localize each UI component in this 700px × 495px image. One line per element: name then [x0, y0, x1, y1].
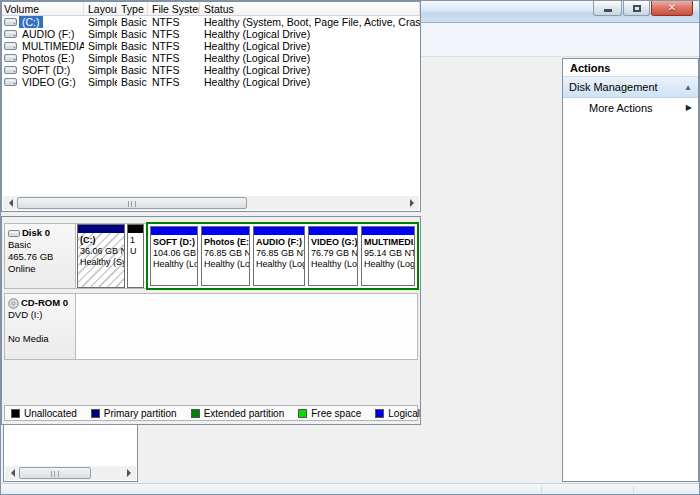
partition-c[interactable]: (C:) 36.06 GB NTFS Healthy (System [77, 224, 125, 288]
column-header-status[interactable]: Status [200, 2, 420, 15]
partition-label: SOFT (D:) [153, 237, 195, 248]
actions-group-label: Disk Management [569, 81, 684, 93]
scroll-left-icon [7, 469, 15, 477]
cd-icon [8, 298, 19, 309]
partition-audio[interactable]: AUDIO (F:) 76.85 GB NTFS Healthy (Logica… [253, 226, 305, 286]
volume-name: SOFT (D:) [19, 64, 73, 76]
volume-status: Healthy (Logical Drive) [200, 76, 420, 88]
actions-header: Actions [563, 59, 698, 77]
disk0-status: Online [8, 263, 73, 275]
volume-status: Healthy (Logical Drive) [200, 40, 420, 52]
partition-label: AUDIO (F:) [256, 237, 302, 248]
volume-type: Basic [117, 64, 148, 76]
statusbar-separator [541, 486, 542, 493]
partition-type-bar [202, 227, 249, 235]
volume-layout: Simple [84, 28, 117, 40]
volume-layout: Simple [84, 76, 117, 88]
cdrom-content-area[interactable] [77, 294, 417, 359]
legend-swatch [91, 409, 100, 418]
disk0-kind: Basic [8, 239, 73, 251]
scrollbar-thumb[interactable] [17, 197, 247, 209]
volume-icon [4, 54, 17, 62]
cdrom-label[interactable]: CD-ROM 0 DVD (I:) No Media [5, 294, 76, 359]
column-header-file-system[interactable]: File System [148, 2, 200, 15]
volume-name: MULTIMEDIA (H:) [19, 40, 84, 52]
actions-group-disk-management[interactable]: Disk Management ▲ [563, 77, 698, 98]
scroll-right-button[interactable] [122, 466, 136, 480]
volume-status: Healthy (Logical Drive) [200, 52, 420, 64]
legend-extended-partition: Extended partition [191, 408, 285, 419]
partition-label: MULTIMEDIA [364, 237, 412, 248]
status-bar [1, 483, 699, 495]
scrollbar-thumb[interactable] [19, 467, 91, 479]
partition-type-bar [128, 225, 143, 233]
volume-type: Basic [117, 40, 148, 52]
volume-list: Volume Layout Type File System Status (C… [1, 1, 421, 212]
partition-size: 95.14 GB NTFS [364, 248, 412, 259]
volume-type: Basic [117, 28, 148, 40]
list-horizontal-scrollbar[interactable] [3, 196, 419, 210]
cdrom-row: CD-ROM 0 DVD (I:) No Media [4, 293, 418, 360]
partition-health: Healthy (Logical [256, 259, 302, 270]
center-pane: Volume Layout Type File System Status (C… [1, 1, 421, 425]
close-button[interactable]: ✕ [651, 1, 693, 16]
disk-icon [8, 230, 20, 237]
partition-photos[interactable]: Photos (E:) 76.85 GB NTFS Healthy (Logic… [201, 226, 250, 286]
volume-status: Healthy (Logical Drive) [200, 64, 420, 76]
volume-row-video[interactable]: VIDEO (G:) Simple Basic NTFS Healthy (Lo… [2, 76, 420, 88]
scroll-left-icon [5, 199, 13, 207]
volume-icon [4, 42, 17, 50]
partition-video[interactable]: VIDEO (G:) 76.79 GB NTFS Healthy (Logica… [308, 226, 358, 286]
partition-multimedia[interactable]: MULTIMEDIA 95.14 GB NTFS Healthy (Logica… [361, 226, 415, 286]
scroll-right-icon [410, 199, 418, 207]
partition-health: Healthy (System [80, 257, 122, 268]
legend-free-space: Free space [298, 408, 361, 419]
volume-icon [4, 66, 17, 74]
maximize-button[interactable] [623, 1, 650, 16]
legend-swatch [298, 409, 307, 418]
volume-row-photos[interactable]: Photos (E:) Simple Basic NTFS Healthy (L… [2, 52, 420, 64]
volume-row-soft[interactable]: SOFT (D:) Simple Basic NTFS Healthy (Log… [2, 64, 420, 76]
partition-health: Healthy (Logical [311, 259, 355, 270]
partition-unallocated[interactable]: 1 U [127, 224, 144, 288]
legend-swatch [11, 409, 20, 418]
minimize-button[interactable] [593, 1, 622, 16]
legend-logical-drive: Logical drive [375, 408, 421, 419]
volume-row-audio[interactable]: AUDIO (F:) Simple Basic NTFS Healthy (Lo… [2, 28, 420, 40]
legend-swatch [375, 409, 384, 418]
volume-name: AUDIO (F:) [19, 28, 78, 40]
volume-name: Photos (E:) [19, 52, 78, 64]
tree-horizontal-scrollbar[interactable] [5, 466, 136, 480]
partition-type-bar [254, 227, 304, 235]
extended-partition-group: SOFT (D:) 104.06 GB NTFS Healthy (Logica… [146, 222, 419, 290]
partition-type-bar [309, 227, 357, 235]
volume-row-c[interactable]: (C:) Simple Basic NTFS Healthy (System, … [2, 16, 420, 28]
volume-icon [4, 30, 17, 38]
partition-health: Healthy (Logical [364, 259, 412, 270]
volume-layout: Simple [84, 16, 117, 28]
computer-management-window: Computer Management ✕ File Action View H… [0, 0, 700, 495]
scroll-left-button[interactable] [3, 196, 17, 210]
partition-label: VIDEO (G:) [311, 237, 355, 248]
partition-soft[interactable]: SOFT (D:) 104.06 GB NTFS Healthy (Logica… [150, 226, 198, 286]
scroll-left-button[interactable] [5, 466, 19, 480]
column-header-type[interactable]: Type [117, 2, 148, 15]
submenu-arrow-icon: ▶ [686, 103, 692, 112]
legend-bar: Unallocated Primary partition Extended p… [4, 405, 418, 421]
close-icon: ✕ [668, 3, 676, 13]
more-actions-item[interactable]: More Actions ▶ [563, 98, 698, 117]
volume-row-multimedia[interactable]: MULTIMEDIA (H:) Simple Basic NTFS Health… [2, 40, 420, 52]
volume-type: Basic [117, 76, 148, 88]
column-header-volume[interactable]: Volume [2, 2, 84, 15]
scroll-right-button[interactable] [405, 196, 419, 210]
statusbar-separator [633, 486, 634, 493]
partition-size: 104.06 GB NTFS [153, 248, 195, 259]
column-header-layout[interactable]: Layout [84, 2, 117, 15]
cdrom-media: No Media [8, 333, 73, 345]
volume-file-system: NTFS [148, 64, 200, 76]
partition-type-bar [151, 227, 197, 235]
disk0-label[interactable]: Disk 0 Basic 465.76 GB Online [5, 224, 76, 288]
partition-label: Photos (E:) [204, 237, 247, 248]
collapse-icon[interactable]: ▲ [684, 83, 692, 92]
volume-layout: Simple [84, 40, 117, 52]
